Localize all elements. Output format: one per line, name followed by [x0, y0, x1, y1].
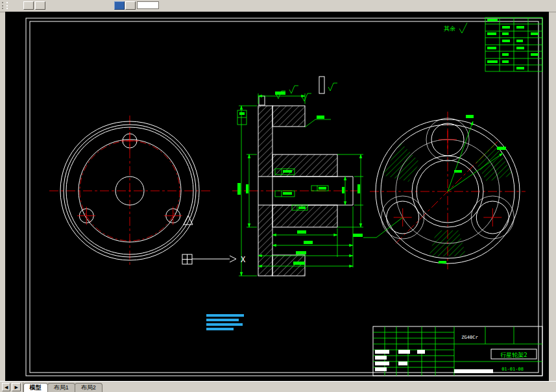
dim-text-mark	[497, 147, 506, 150]
toolbar-input[interactable]	[137, 1, 159, 9]
dim-text-mark	[317, 116, 324, 119]
tab-scroll-right-button[interactable]: ▶	[12, 383, 20, 391]
layout-tab-bar: ◀ ▶ 模型 布局1 布局2	[0, 381, 556, 392]
toolbar-button-2[interactable]	[35, 1, 45, 10]
toolbar-button-active[interactable]	[114, 1, 125, 10]
table-text-mark	[502, 60, 509, 63]
highlight-bar	[398, 361, 407, 365]
table-text-mark	[502, 40, 510, 42]
table-text-mark	[502, 32, 509, 35]
dim-text-mark	[342, 187, 344, 193]
dim-text-mark	[246, 184, 248, 193]
table-text-mark	[516, 40, 523, 42]
highlighted-note-bar[interactable]	[206, 319, 239, 321]
highlighted-note-bar[interactable]	[206, 314, 244, 317]
highlight-bar	[398, 350, 410, 354]
toolbar-button-1[interactable]	[23, 1, 34, 10]
dim-text-mark	[296, 251, 306, 254]
part-name-text: 行星轮架2	[500, 352, 527, 358]
roughness-note-text: 其余	[444, 25, 455, 32]
tab-model[interactable]: 模型	[23, 383, 48, 392]
drawing-canvas[interactable]: 其余	[0, 12, 556, 382]
tab-scroll-left-button[interactable]: ◀	[2, 383, 10, 391]
table-text-mark	[487, 19, 498, 21]
toolbar-button-3[interactable]	[125, 1, 136, 10]
tab-layout1[interactable]: 布局1	[47, 383, 75, 392]
table-text-mark	[487, 60, 498, 63]
dim-text-mark	[319, 187, 326, 190]
highlight-bar	[454, 369, 493, 373]
dim-text-mark	[239, 112, 245, 115]
dim-text-mark	[293, 262, 305, 265]
tab-layout2[interactable]: 布局2	[75, 383, 103, 392]
highlight-bar	[375, 350, 389, 354]
highlight-bar	[417, 350, 425, 354]
drawing-number-text: 01-01-08	[502, 367, 524, 372]
table-text-mark	[487, 47, 496, 49]
highlight-bar	[375, 367, 387, 371]
dim-text-mark	[353, 234, 363, 237]
table-text-mark	[531, 53, 538, 56]
top-toolbar	[0, 0, 556, 12]
dim-text-mark	[237, 183, 241, 195]
dim-text-mark	[304, 241, 313, 244]
table-text-mark	[516, 47, 524, 49]
table-text-mark	[502, 53, 509, 56]
dim-text-mark	[283, 170, 292, 173]
dim-text-mark	[357, 184, 360, 193]
dim-text-mark	[283, 192, 292, 195]
dim-text-mark	[297, 230, 306, 234]
toolbar-grip-handle[interactable]	[2, 2, 8, 9]
highlighted-note-bar[interactable]	[206, 323, 243, 326]
highlighted-note-bar[interactable]	[206, 328, 234, 330]
tab-scroll-controls: ◀ ▶	[0, 382, 23, 392]
dim-text-mark	[275, 92, 285, 95]
dim-text-mark	[439, 261, 446, 263]
highlight-bar	[375, 361, 389, 365]
material-text: ZG40Cr	[461, 335, 477, 340]
dim-text-mark	[298, 206, 306, 209]
cad-application-window: 其余	[0, 0, 556, 392]
dim-text-mark	[454, 170, 462, 173]
ucs-x-label: X	[241, 255, 246, 264]
highlight-bar	[375, 356, 387, 360]
table-text-mark	[516, 67, 524, 69]
table-text-mark	[502, 26, 510, 29]
table-text-mark	[531, 32, 538, 35]
table-text-mark	[516, 26, 524, 29]
dim-text-mark	[466, 115, 474, 118]
table-text-mark	[487, 32, 496, 35]
